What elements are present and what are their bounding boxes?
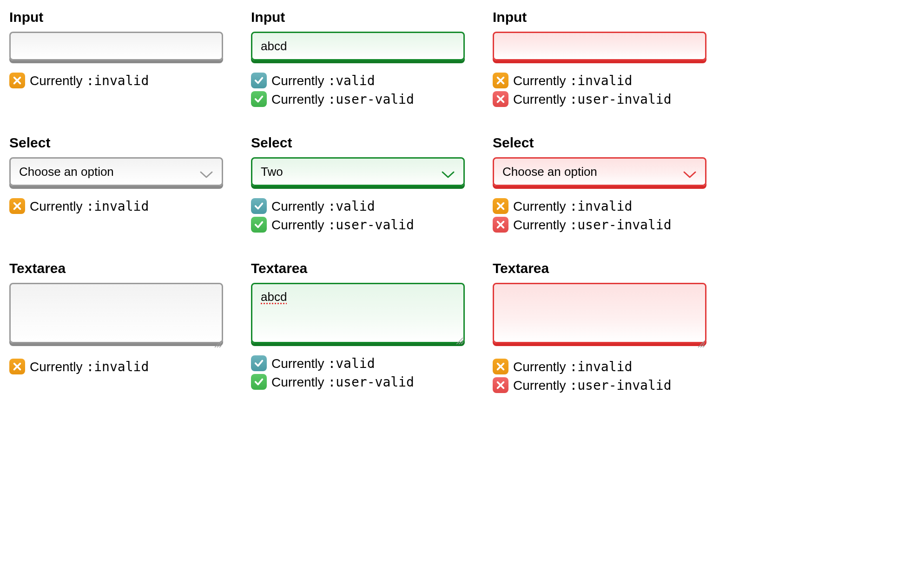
- select-valid[interactable]: Two: [251, 157, 465, 186]
- select-value: Two: [261, 165, 441, 179]
- status-invalid: Currently :invalid: [9, 198, 223, 214]
- status-text: Currently :user-invalid: [513, 378, 672, 393]
- x-icon: [493, 377, 508, 393]
- status-valid: Currently :valid: [251, 355, 465, 371]
- x-icon: [493, 91, 508, 107]
- status-text: Currently :valid: [271, 199, 375, 214]
- textarea-content: abcd: [261, 290, 287, 304]
- status-text: Currently :user-invalid: [513, 217, 672, 233]
- status-list: Currently :invalid: [9, 73, 223, 88]
- check-icon: [251, 73, 267, 88]
- status-list: Currently :invalid Currently :user-inval…: [493, 198, 706, 233]
- status-text: Currently :invalid: [513, 199, 632, 214]
- status-user-invalid: Currently :user-invalid: [493, 91, 706, 107]
- input-neutral[interactable]: [9, 32, 223, 60]
- cell-textarea-valid: Textarea abcd Currently :valid Currently…: [251, 260, 465, 393]
- textarea-wrapper: [9, 283, 223, 347]
- status-valid: Currently :valid: [251, 198, 465, 214]
- status-list: Currently :valid Currently :user-valid: [251, 73, 465, 107]
- x-icon: [9, 198, 25, 214]
- status-text: Currently :user-invalid: [513, 92, 672, 107]
- demo-grid: Input Currently :invalid Input Currently…: [9, 9, 706, 393]
- x-icon: [493, 73, 508, 88]
- label-textarea: Textarea: [251, 260, 465, 276]
- status-text: Currently :valid: [271, 73, 375, 88]
- textarea-wrapper: [493, 283, 706, 347]
- status-invalid: Currently :invalid: [493, 359, 706, 374]
- label-input: Input: [9, 9, 223, 25]
- cell-input-valid: Input Currently :valid Currently :user-v…: [251, 9, 465, 107]
- status-text: Currently :user-valid: [271, 92, 414, 107]
- x-icon: [9, 359, 25, 374]
- check-icon: [251, 217, 267, 233]
- status-text: Currently :invalid: [513, 359, 632, 374]
- status-text: Currently :invalid: [30, 199, 149, 214]
- svg-line-7: [700, 343, 705, 347]
- cell-textarea-neutral: Textarea Currently :invalid: [9, 260, 223, 393]
- cell-input-neutral: Input Currently :invalid: [9, 9, 223, 107]
- status-valid: Currently :valid: [251, 73, 465, 88]
- check-icon: [251, 374, 267, 390]
- status-invalid: Currently :invalid: [9, 359, 223, 374]
- cell-select-valid: Select Two Currently :valid Currently :u…: [251, 135, 465, 233]
- status-text: Currently :invalid: [513, 73, 632, 88]
- label-textarea: Textarea: [493, 260, 706, 276]
- x-icon: [493, 217, 508, 233]
- chevron-down-icon: [199, 167, 213, 176]
- select-invalid[interactable]: Choose an option: [493, 157, 706, 186]
- check-icon: [251, 198, 267, 214]
- label-select: Select: [493, 135, 706, 151]
- status-invalid: Currently :invalid: [9, 73, 223, 88]
- select-value: Choose an option: [502, 165, 683, 179]
- select-neutral[interactable]: Choose an option: [9, 157, 223, 186]
- status-user-valid: Currently :user-valid: [251, 374, 465, 390]
- status-user-valid: Currently :user-valid: [251, 91, 465, 107]
- textarea-neutral[interactable]: [9, 283, 223, 343]
- status-text: Currently :invalid: [30, 359, 149, 374]
- cell-input-invalid: Input Currently :invalid Currently :user…: [493, 9, 706, 107]
- status-user-invalid: Currently :user-invalid: [493, 217, 706, 233]
- status-text: Currently :invalid: [30, 73, 149, 88]
- status-text: Currently :user-valid: [271, 217, 414, 233]
- textarea-wrapper: abcd: [251, 283, 465, 343]
- status-text: Currently :user-valid: [271, 374, 414, 390]
- input-invalid[interactable]: [493, 32, 706, 60]
- check-icon: [251, 355, 267, 371]
- input-valid[interactable]: [251, 32, 465, 60]
- check-icon: [251, 91, 267, 107]
- x-icon: [9, 73, 25, 88]
- status-user-valid: Currently :user-valid: [251, 217, 465, 233]
- status-invalid: Currently :invalid: [493, 73, 706, 88]
- chevron-down-icon: [683, 167, 697, 176]
- status-list: Currently :invalid: [9, 198, 223, 214]
- status-list: Currently :invalid: [9, 359, 223, 374]
- textarea-valid[interactable]: abcd: [251, 283, 465, 343]
- label-select: Select: [251, 135, 465, 151]
- svg-line-1: [217, 343, 221, 347]
- textarea-invalid[interactable]: [493, 283, 706, 343]
- status-list: Currently :invalid Currently :user-inval…: [493, 73, 706, 107]
- label-input: Input: [251, 9, 465, 25]
- cell-textarea-invalid: Textarea Currently :invalid Currently :u…: [493, 260, 706, 393]
- svg-line-8: [703, 346, 705, 347]
- status-list: Currently :valid Currently :user-valid: [251, 198, 465, 233]
- svg-line-2: [219, 346, 221, 347]
- status-list: Currently :invalid Currently :user-inval…: [493, 359, 706, 393]
- status-invalid: Currently :invalid: [493, 198, 706, 214]
- status-user-invalid: Currently :user-invalid: [493, 377, 706, 393]
- status-text: Currently :valid: [271, 356, 375, 371]
- select-value: Choose an option: [19, 165, 199, 179]
- label-textarea: Textarea: [9, 260, 223, 276]
- x-icon: [493, 198, 508, 214]
- cell-select-invalid: Select Choose an option Currently :inval…: [493, 135, 706, 233]
- status-list: Currently :valid Currently :user-valid: [251, 355, 465, 390]
- label-input: Input: [493, 9, 706, 25]
- chevron-down-icon: [441, 167, 455, 176]
- x-icon: [493, 359, 508, 374]
- cell-select-neutral: Select Choose an option Currently :inval…: [9, 135, 223, 233]
- label-select: Select: [9, 135, 223, 151]
